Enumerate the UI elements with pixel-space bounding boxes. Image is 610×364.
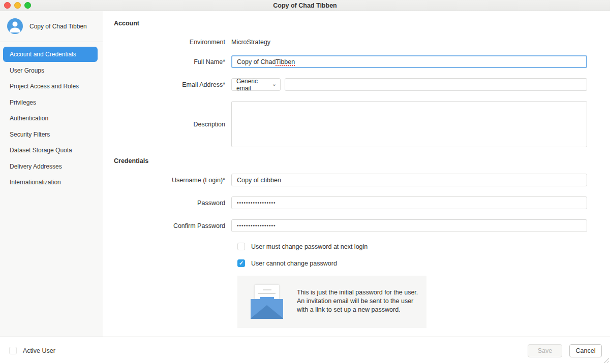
- full-name-label: Full Name*: [114, 58, 231, 65]
- window-title: Copy of Chad Tibben: [273, 2, 337, 9]
- traffic-lights: [4, 2, 31, 9]
- must-change-password-checkbox[interactable]: [237, 243, 245, 250]
- password-label: Password: [114, 200, 231, 207]
- confirm-password-label: Confirm Password: [114, 222, 231, 229]
- main-area: Copy of Chad Tibben Account and Credenti…: [0, 11, 610, 337]
- email-row: Email Address* Generic email ⌄: [114, 78, 610, 91]
- account-section-title: Account: [114, 20, 610, 27]
- window-resize-grip[interactable]: [604, 358, 609, 363]
- environment-value: MicroStrategy: [231, 39, 270, 46]
- active-user-label: Active User: [23, 347, 55, 354]
- sidebar-item-internationalization[interactable]: Internationalization: [3, 175, 98, 190]
- full-name-input[interactable]: Copy of Chad Tibben: [231, 55, 587, 68]
- sidebar-user-name: Copy of Chad Tibben: [29, 23, 87, 30]
- title-bar: Copy of Chad Tibben: [0, 0, 610, 11]
- must-change-password-label: User must change password at next login: [251, 243, 368, 250]
- username-row: Username (Login)*: [114, 174, 610, 186]
- email-input[interactable]: [285, 78, 587, 91]
- description-row: Description: [114, 101, 610, 147]
- sidebar: Copy of Chad Tibben Account and Credenti…: [0, 11, 103, 337]
- sidebar-item-user-groups[interactable]: User Groups: [3, 63, 98, 78]
- confirm-password-input[interactable]: [231, 219, 587, 232]
- footer-bar: Active User Save Cancel: [0, 337, 610, 364]
- must-change-password-row: User must change password at next login: [237, 243, 610, 250]
- username-label: Username (Login)*: [114, 177, 231, 184]
- save-button[interactable]: Save: [528, 344, 562, 357]
- sidebar-item-delivery-addresses[interactable]: Delivery Addresses: [3, 159, 98, 174]
- cannot-change-password-row: User cannot change password: [237, 259, 610, 267]
- email-type-selected: Generic email: [236, 78, 272, 92]
- sidebar-item-dataset-storage-quota[interactable]: Dataset Storage Quota: [3, 143, 98, 158]
- confirm-password-row: Confirm Password: [114, 219, 610, 232]
- cannot-change-password-checkbox[interactable]: [237, 259, 245, 267]
- form-content: Account Environment MicroStrategy Full N…: [103, 11, 610, 337]
- email-type-select[interactable]: Generic email ⌄: [231, 78, 281, 91]
- username-input[interactable]: [231, 174, 587, 186]
- environment-row: Environment MicroStrategy: [114, 36, 610, 48]
- description-textarea[interactable]: [231, 101, 587, 147]
- chevron-down-icon: ⌄: [272, 81, 277, 87]
- credentials-section-title: Credentials: [114, 157, 610, 164]
- active-user-checkbox[interactable]: [9, 347, 17, 354]
- invitation-email-icon: [251, 284, 283, 319]
- email-label: Email Address*: [114, 81, 231, 88]
- sidebar-nav: Account and CredentialsUser GroupsProjec…: [0, 42, 103, 191]
- zoom-window-button[interactable]: [24, 2, 31, 9]
- sidebar-item-account-and-credentials[interactable]: Account and Credentials: [3, 47, 98, 62]
- sidebar-user-header: Copy of Chad Tibben: [0, 11, 103, 42]
- password-row: Password: [114, 196, 610, 209]
- cancel-button[interactable]: Cancel: [569, 344, 602, 357]
- password-input[interactable]: [231, 196, 587, 209]
- misspelled-word: Tibben: [276, 58, 295, 65]
- cannot-change-password-label: User cannot change password: [251, 260, 337, 267]
- sidebar-item-authentication[interactable]: Authentication: [3, 111, 98, 126]
- user-avatar-icon: [7, 18, 23, 34]
- description-label: Description: [114, 101, 231, 147]
- close-window-button[interactable]: [4, 2, 11, 9]
- environment-label: Environment: [114, 39, 231, 46]
- sidebar-item-security-filters[interactable]: Security Filters: [3, 127, 98, 142]
- sidebar-item-project-access-and-roles[interactable]: Project Access and Roles: [3, 79, 98, 94]
- full-name-row: Full Name* Copy of Chad Tibben: [114, 55, 610, 68]
- minimize-window-button[interactable]: [14, 2, 21, 9]
- password-info-text: This is just the initial password for th…: [297, 288, 424, 314]
- password-info-box: This is just the initial password for th…: [237, 276, 426, 328]
- sidebar-item-privileges[interactable]: Privileges: [3, 95, 98, 110]
- user-editor-window: Copy of Chad Tibben Copy of Chad Tibben …: [0, 0, 610, 364]
